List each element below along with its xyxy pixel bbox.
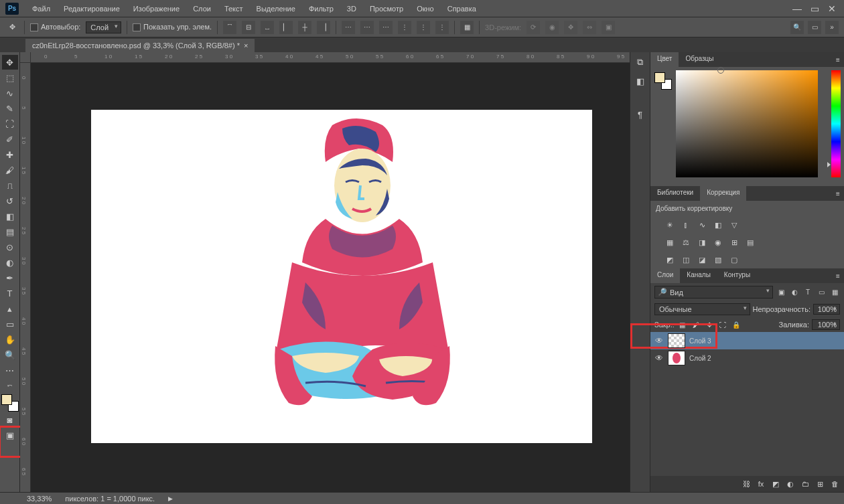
filter-shape-icon[interactable]: ▭ <box>816 288 827 297</box>
layer-name[interactable]: Слой 3 <box>689 337 711 345</box>
edit-toolbar-icon[interactable]: ⋯ <box>2 363 18 377</box>
lock-artboard-icon[interactable]: ⛶ <box>717 320 728 329</box>
history-panel-icon[interactable]: ⧉ <box>633 55 648 70</box>
type-tool[interactable]: T <box>2 286 18 301</box>
document-info[interactable]: пикселов: 1 = 1,0000 пикс. <box>65 495 155 503</box>
menu-layers[interactable]: Слои <box>186 2 218 15</box>
move-tool[interactable]: ✥ <box>2 55 18 70</box>
vibrance-icon[interactable]: ▽ <box>728 219 740 231</box>
bw-icon[interactable]: ◨ <box>696 236 708 248</box>
tab-paths[interactable]: Контуры <box>717 268 757 283</box>
history-brush-tool[interactable]: ↺ <box>2 193 18 208</box>
lock-transparency-icon[interactable]: ▦ <box>677 320 688 329</box>
lock-all-icon[interactable]: 🔒 <box>731 320 742 329</box>
new-group-icon[interactable]: 🗀 <box>800 479 811 489</box>
document-canvas[interactable] <box>91 110 592 443</box>
new-adjustment-icon[interactable]: ◐ <box>785 479 796 489</box>
eraser-tool[interactable]: ◧ <box>2 209 18 224</box>
filter-smart-icon[interactable]: ▦ <box>829 288 840 297</box>
pen-tool[interactable]: ✒ <box>2 270 18 285</box>
filter-adjust-icon[interactable]: ◐ <box>789 288 800 297</box>
dodge-tool[interactable]: ◐ <box>2 255 18 270</box>
photo-filter-icon[interactable]: ◉ <box>712 236 724 248</box>
hue-slider[interactable] <box>831 70 841 177</box>
close-tab-icon[interactable]: × <box>244 41 248 50</box>
lasso-tool[interactable]: ∿ <box>2 86 18 100</box>
eyedropper-tool[interactable]: ✐ <box>2 132 18 147</box>
swap-colors-icon[interactable]: ⤺ <box>2 382 18 390</box>
autoselect-option[interactable]: Автовыбор: <box>30 23 80 31</box>
new-layer-icon[interactable]: ⊞ <box>815 479 825 489</box>
distribute-right-icon[interactable]: ⋮ <box>435 21 449 34</box>
menu-3d[interactable]: 3D <box>340 2 363 15</box>
distribute-vcenter-icon[interactable]: ⋯ <box>360 21 374 34</box>
visibility-icon[interactable]: 👁 <box>654 353 664 363</box>
brightness-icon[interactable]: ☀ <box>664 219 676 231</box>
gradient-map-icon[interactable]: ▧ <box>712 254 724 266</box>
properties-panel-icon[interactable]: ◧ <box>633 74 648 88</box>
threshold-icon[interactable]: ◪ <box>696 254 708 266</box>
align-hcenter-icon[interactable]: ┼ <box>298 21 311 34</box>
auto-align-icon[interactable]: ▦ <box>460 21 474 34</box>
hand-tool[interactable]: ✋ <box>2 332 18 347</box>
brush-tool[interactable]: 🖌 <box>2 163 18 177</box>
layer-filter-kind-dropdown[interactable]: 🔎Вид <box>654 286 773 299</box>
document-tab[interactable]: cz0nEtLrp28-восстановлено.psd @ 33,3% (С… <box>25 39 255 52</box>
crop-tool[interactable]: ⛶ <box>2 116 18 131</box>
autoselect-mode-dropdown[interactable]: Слой <box>86 21 121 33</box>
path-select-tool[interactable]: ▴ <box>2 301 18 316</box>
layer-thumbnail[interactable] <box>668 333 685 348</box>
color-swatches[interactable] <box>1 394 19 412</box>
layer-row[interactable]: 👁 Слой 2 <box>650 349 844 367</box>
menu-help[interactable]: Справка <box>441 2 483 15</box>
fill-input[interactable]: 100% <box>812 319 840 330</box>
info-chevron-icon[interactable]: ▶ <box>168 495 173 502</box>
lock-pixels-icon[interactable]: 🖌 <box>691 320 701 329</box>
levels-icon[interactable]: ⫿ <box>680 219 692 231</box>
align-top-icon[interactable]: ⎴ <box>223 21 236 34</box>
gradient-tool[interactable]: ▤ <box>2 224 18 239</box>
blur-tool[interactable]: ⊙ <box>2 240 18 254</box>
stamp-tool[interactable]: ⎍ <box>2 178 18 193</box>
distribute-bottom-icon[interactable]: ⋯ <box>379 21 393 34</box>
quickmask-tool[interactable]: ◙ <box>2 412 18 427</box>
layer-row[interactable]: 👁 Слой 3 <box>650 332 844 349</box>
adjust-panel-menu-icon[interactable]: ≡ <box>832 186 844 201</box>
panel-color-swatches[interactable] <box>654 72 672 90</box>
zoom-tool[interactable]: 🔍 <box>2 347 18 362</box>
close-icon[interactable]: ✕ <box>827 3 837 14</box>
color-panel-menu-icon[interactable]: ≡ <box>832 52 844 67</box>
collapse-panels-icon[interactable]: » <box>825 21 839 34</box>
distribute-left-icon[interactable]: ⋮ <box>398 21 411 34</box>
quick-select-tool[interactable]: ✎ <box>2 101 18 116</box>
align-bottom-icon[interactable]: ⎵ <box>261 21 274 34</box>
filter-type-icon[interactable]: T <box>802 288 813 297</box>
menu-filter[interactable]: Фильтр <box>302 2 340 15</box>
marquee-tool[interactable]: ⬚ <box>2 70 18 85</box>
layer-thumbnail[interactable] <box>668 351 685 365</box>
autoselect-checkbox[interactable] <box>30 23 38 31</box>
screenmode-tool[interactable]: ▣ <box>2 428 18 442</box>
blend-mode-dropdown[interactable]: Обычные <box>654 303 750 315</box>
exposure-icon[interactable]: ◧ <box>712 219 724 231</box>
layer-effects-icon[interactable]: fx <box>756 479 766 489</box>
menu-image[interactable]: Изображение <box>127 2 186 15</box>
align-right-icon[interactable]: ▕ <box>317 21 330 34</box>
workspace-icon[interactable]: ▭ <box>808 21 821 34</box>
rectangle-tool[interactable]: ▭ <box>2 317 18 331</box>
selective-color-icon[interactable]: ▢ <box>728 254 740 266</box>
layer-mask-icon[interactable]: ◩ <box>770 479 781 489</box>
delete-layer-icon[interactable]: 🗑 <box>829 479 840 489</box>
posterize-icon[interactable]: ◫ <box>680 254 692 266</box>
distribute-hcenter-icon[interactable]: ⋮ <box>417 21 430 34</box>
foreground-color-swatch[interactable] <box>1 394 12 405</box>
menu-view[interactable]: Просмотр <box>363 2 410 15</box>
show-controls-option[interactable]: Показать упр. элем. <box>133 23 212 31</box>
search-icon[interactable]: 🔍 <box>790 21 804 34</box>
curves-icon[interactable]: ∿ <box>696 219 708 231</box>
opacity-input[interactable]: 100% <box>813 304 840 315</box>
tab-adjustments[interactable]: Коррекция <box>700 186 746 201</box>
tab-layers[interactable]: Слои <box>650 268 680 283</box>
channel-mixer-icon[interactable]: ⊞ <box>728 236 740 248</box>
layer-name[interactable]: Слой 2 <box>689 355 711 362</box>
